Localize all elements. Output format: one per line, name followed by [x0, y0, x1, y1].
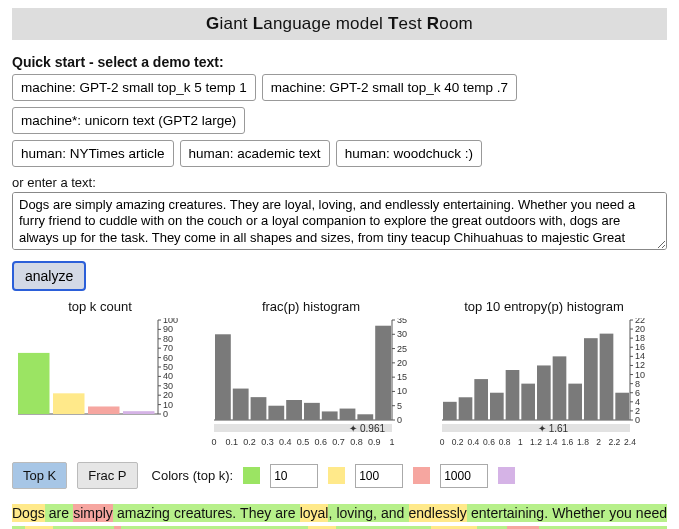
- tab-fracp[interactable]: Frac P: [77, 462, 137, 489]
- threshold-3-input[interactable]: [440, 464, 488, 488]
- svg-text:0.2: 0.2: [243, 437, 256, 447]
- svg-rect-102: [553, 356, 567, 420]
- svg-rect-97: [474, 379, 488, 420]
- threshold-2-input[interactable]: [355, 464, 403, 488]
- svg-text:10: 10: [163, 400, 173, 410]
- token[interactable]: simply: [73, 504, 113, 522]
- svg-rect-51: [304, 403, 320, 420]
- demo-button[interactable]: machine: GPT-2 small top_k 40 temp .7: [262, 74, 517, 101]
- threshold-1-input[interactable]: [270, 464, 318, 488]
- svg-text:1.8: 1.8: [577, 437, 589, 447]
- svg-rect-107: [442, 424, 630, 432]
- svg-text:0: 0: [635, 415, 640, 425]
- svg-rect-55: [375, 326, 391, 420]
- chart-title: frac(p) histogram: [262, 299, 360, 314]
- svg-rect-105: [600, 334, 614, 420]
- svg-text:10: 10: [397, 386, 407, 396]
- svg-rect-98: [490, 393, 504, 420]
- demo-button[interactable]: machine: GPT-2 small top_k 5 temp 1: [12, 74, 256, 101]
- svg-text:18: 18: [635, 333, 645, 343]
- chart-fracp-svg: 05101520253035✦ 0.96100.10.20.30.40.50.6…: [206, 318, 416, 448]
- svg-text:0.1: 0.1: [226, 437, 239, 447]
- svg-text:90: 90: [163, 324, 173, 334]
- svg-text:12: 12: [635, 360, 645, 370]
- svg-text:14: 14: [635, 351, 645, 361]
- svg-text:1.4: 1.4: [546, 437, 558, 447]
- svg-rect-106: [615, 393, 629, 420]
- svg-text:70: 70: [163, 343, 173, 353]
- demo-buttons-row: machine: GPT-2 small top_k 5 temp 1 mach…: [12, 74, 667, 134]
- svg-text:1: 1: [518, 437, 523, 447]
- svg-rect-26: [88, 406, 120, 414]
- demo-button[interactable]: machine*: unicorn text (GPT2 large): [12, 107, 245, 134]
- svg-text:22: 22: [635, 318, 645, 325]
- svg-text:30: 30: [397, 329, 407, 339]
- svg-text:1.2: 1.2: [530, 437, 542, 447]
- token[interactable]: loyal: [300, 504, 329, 522]
- demo-button[interactable]: human: woodchuck :): [336, 140, 482, 167]
- swatch-red: [413, 467, 430, 484]
- token[interactable]: Dogs: [12, 504, 45, 522]
- swatch-yellow: [328, 467, 345, 484]
- token[interactable]: entertaining: [467, 504, 544, 522]
- demo-button[interactable]: human: NYTimes article: [12, 140, 174, 167]
- svg-text:0: 0: [163, 409, 168, 419]
- svg-text:2: 2: [635, 406, 640, 416]
- token[interactable]: endlessly: [409, 504, 467, 522]
- svg-rect-99: [506, 370, 520, 420]
- analyze-button[interactable]: analyze: [12, 261, 86, 291]
- svg-text:0.2: 0.2: [452, 437, 464, 447]
- quick-start-label: Quick start - select a demo text:: [12, 54, 667, 70]
- svg-text:80: 80: [163, 334, 173, 344]
- tab-topk[interactable]: Top K: [12, 462, 67, 489]
- svg-rect-50: [286, 400, 302, 420]
- token[interactable]: amazing creatures: [113, 504, 233, 522]
- svg-text:1.6: 1.6: [561, 437, 573, 447]
- svg-text:16: 16: [635, 342, 645, 352]
- svg-rect-49: [268, 406, 284, 420]
- svg-text:5: 5: [397, 401, 402, 411]
- svg-text:20: 20: [635, 324, 645, 334]
- svg-rect-101: [537, 365, 551, 420]
- token[interactable]: loving, and: [332, 504, 408, 522]
- svg-rect-46: [215, 334, 231, 420]
- svg-text:50: 50: [163, 362, 173, 372]
- svg-rect-104: [584, 338, 598, 420]
- svg-text:0.3: 0.3: [261, 437, 274, 447]
- svg-rect-96: [459, 397, 473, 420]
- swatch-green: [243, 467, 260, 484]
- svg-text:40: 40: [163, 371, 173, 381]
- svg-text:0.6: 0.6: [315, 437, 328, 447]
- charts-row: top k count 0102030405060708090100 frac(…: [12, 299, 667, 448]
- svg-rect-27: [123, 411, 155, 414]
- app-title: Giant Language model Test Room: [12, 8, 667, 40]
- svg-text:15: 15: [397, 372, 407, 382]
- svg-text:2: 2: [596, 437, 601, 447]
- svg-text:0.8: 0.8: [499, 437, 511, 447]
- svg-text:1: 1: [389, 437, 394, 447]
- colors-label: Colors (top k):: [152, 468, 234, 483]
- or-enter-label: or enter a text:: [12, 175, 667, 190]
- svg-rect-52: [322, 411, 338, 420]
- svg-text:0.5: 0.5: [297, 437, 310, 447]
- svg-text:8: 8: [635, 379, 640, 389]
- chart-title: top k count: [68, 299, 132, 314]
- legend-row: Top K Frac P Colors (top k):: [12, 462, 667, 489]
- svg-text:2.2: 2.2: [608, 437, 620, 447]
- svg-text:0.6: 0.6: [483, 437, 495, 447]
- token[interactable]: are: [45, 504, 73, 522]
- token[interactable]: . They are: [232, 504, 299, 522]
- svg-rect-48: [251, 397, 267, 420]
- svg-text:20: 20: [397, 358, 407, 368]
- text-input[interactable]: [12, 192, 667, 250]
- svg-rect-54: [357, 414, 373, 420]
- svg-text:100: 100: [163, 318, 178, 325]
- svg-text:✦ 1.61: ✦ 1.61: [538, 423, 569, 434]
- svg-text:2.4: 2.4: [624, 437, 636, 447]
- demo-button[interactable]: human: academic text: [180, 140, 330, 167]
- svg-rect-53: [340, 409, 356, 420]
- svg-text:0: 0: [440, 437, 445, 447]
- svg-text:10: 10: [635, 370, 645, 380]
- chart-title: top 10 entropy(p) histogram: [464, 299, 624, 314]
- svg-text:0.4: 0.4: [467, 437, 479, 447]
